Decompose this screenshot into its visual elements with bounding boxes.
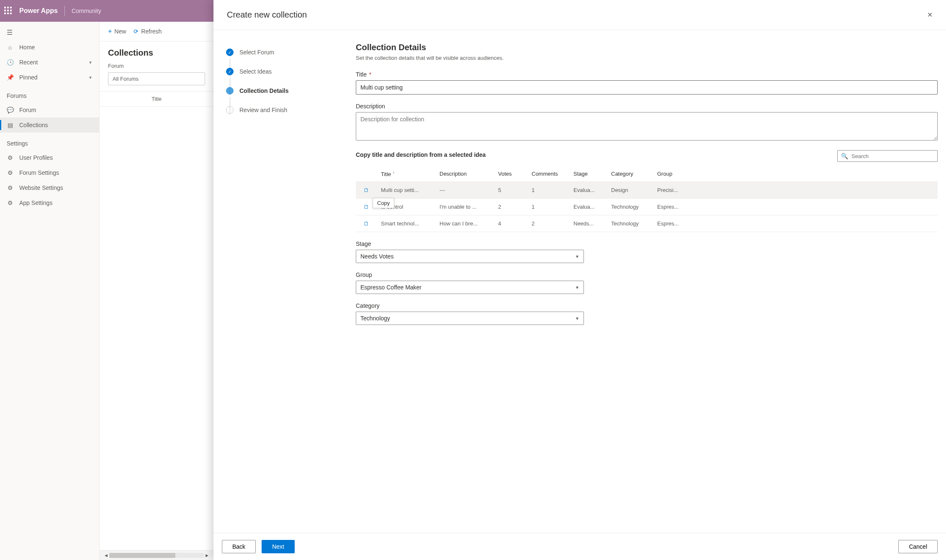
step-label: Select Forum <box>239 49 274 56</box>
home-icon: ⌂ <box>7 44 13 51</box>
col-group[interactable]: Group <box>653 166 699 182</box>
close-button[interactable]: ✕ <box>927 11 933 19</box>
step-label: Review and Finish <box>239 107 287 113</box>
dropdown-value: Espresso Coffee Maker <box>360 284 422 291</box>
copy-icon[interactable]: 🗋 <box>364 220 369 227</box>
col-stage[interactable]: Stage <box>569 166 607 182</box>
nav-website-settings[interactable]: ⚙ Website Settings <box>0 180 99 195</box>
page-title: Collections <box>100 41 213 61</box>
button-label: New <box>114 28 126 35</box>
sort-asc-icon: ↑ <box>393 170 395 175</box>
forum-dropdown[interactable]: All Forums <box>108 72 205 85</box>
back-button[interactable]: Back <box>222 540 256 553</box>
cell-desc: I'm unable to ... <box>435 199 494 215</box>
nav-label: Home <box>19 44 35 51</box>
scroll-thumb[interactable] <box>109 553 175 558</box>
search-icon: 🔍 <box>841 153 848 159</box>
chevron-down-icon: ▼ <box>575 285 579 290</box>
new-button[interactable]: + New <box>108 28 126 35</box>
nav-forum[interactable]: 💬 Forum <box>0 102 99 118</box>
next-button[interactable]: Next <box>262 540 295 553</box>
step-label: Collection Details <box>239 87 288 94</box>
category-label: Category <box>356 302 584 309</box>
clock-icon: 🕓 <box>7 59 13 66</box>
column-header-title[interactable]: Title <box>100 92 213 107</box>
refresh-button[interactable]: ⟳ Refresh <box>134 28 162 35</box>
cell-comments: 2 <box>527 215 569 232</box>
toolbar: + New ⟳ Refresh <box>100 22 213 41</box>
nav-collections[interactable]: ▤ Collections <box>0 118 99 133</box>
collapse-nav-button[interactable]: ☰ <box>0 25 99 40</box>
secondary-panel: + New ⟳ Refresh Collections Forum All Fo… <box>100 22 214 560</box>
gear-icon: ⚙ <box>7 184 13 191</box>
col-category[interactable]: Category <box>607 166 653 182</box>
stage-dropdown[interactable]: Needs Votes ▼ <box>356 250 584 263</box>
scroll-left-icon[interactable]: ◀ <box>103 553 109 557</box>
cell-group: Espres... <box>653 199 699 215</box>
scroll-right-icon[interactable]: ▶ <box>204 553 210 557</box>
nav-user-profiles[interactable]: ⚙ User Profiles <box>0 150 99 165</box>
cell-category: Technology <box>607 199 653 215</box>
col-comments[interactable]: Comments <box>527 166 569 182</box>
header-separator <box>64 6 65 16</box>
chat-icon: 💬 <box>7 107 13 113</box>
chevron-down-icon: ▼ <box>88 75 93 80</box>
horizontal-scrollbar[interactable]: ◀ ▶ <box>100 550 213 560</box>
wizard-step-select-forum[interactable]: ✓ Select Forum <box>226 43 343 62</box>
nav-forum-settings[interactable]: ⚙ Forum Settings <box>0 165 99 180</box>
nav-home[interactable]: ⌂ Home <box>0 40 99 55</box>
wizard-step-review[interactable]: Review and Finish <box>226 100 343 120</box>
description-input[interactable] <box>356 112 938 141</box>
category-dropdown[interactable]: Technology ▼ <box>356 312 584 325</box>
gear-icon: ⚙ <box>7 199 13 206</box>
cell-votes: 4 <box>494 215 527 232</box>
cell-desc: How can I bre... <box>435 215 494 232</box>
group-label: Group <box>356 271 584 278</box>
chevron-down-icon: ▼ <box>575 316 579 321</box>
table-row[interactable]: 🗋 Multi cup setti... --- 5 1 Evalua... D… <box>356 182 938 199</box>
wizard-steps: ✓ Select Forum ✓ Select Ideas Collection… <box>213 30 356 533</box>
group-dropdown[interactable]: Espresso Coffee Maker ▼ <box>356 281 584 294</box>
nav-section-forums: Forums <box>0 85 99 102</box>
wizard-step-collection-details[interactable]: Collection Details <box>226 81 343 100</box>
table-row[interactable]: 🗋 te control I'm unable to ... 2 1 Evalu… <box>356 199 938 215</box>
search-box[interactable]: 🔍 <box>837 150 938 162</box>
col-title[interactable]: Title ↑ <box>377 166 435 182</box>
cell-title: Smart technol... <box>377 215 435 232</box>
nav-label: User Profiles <box>19 154 53 161</box>
nav-label: Pinned <box>19 74 38 81</box>
cell-group: Precisi... <box>653 182 699 199</box>
nav-pinned[interactable]: 📌 Pinned ▼ <box>0 70 99 85</box>
nav-label: Forum <box>19 107 36 113</box>
ideas-table: Title ↑ Description Votes Comments Stage… <box>356 166 938 232</box>
copy-icon[interactable]: 🗋 <box>364 204 369 210</box>
content-description: Set the collection details that will be … <box>356 55 938 61</box>
copy-section-label: Copy title and description from a select… <box>356 151 486 158</box>
chevron-down-icon: ▼ <box>575 254 579 259</box>
nav-recent[interactable]: 🕓 Recent ▼ <box>0 55 99 70</box>
col-description[interactable]: Description <box>435 166 494 182</box>
plus-icon: + <box>108 28 112 35</box>
list-icon: ▤ <box>7 122 13 128</box>
cancel-button[interactable]: Cancel <box>898 540 938 553</box>
nav-app-settings[interactable]: ⚙ App Settings <box>0 195 99 210</box>
nav-label: Collections <box>19 122 48 128</box>
wizard-step-select-ideas[interactable]: ✓ Select Ideas <box>226 62 343 81</box>
col-votes[interactable]: Votes <box>494 166 527 182</box>
check-icon: ✓ <box>226 68 234 75</box>
step-label: Select Ideas <box>239 68 272 75</box>
app-subtitle[interactable]: Community <box>72 8 101 14</box>
scroll-track[interactable] <box>109 553 204 558</box>
table-row[interactable]: 🗋 Smart technol... How can I bre... 4 2 … <box>356 215 938 232</box>
waffle-icon[interactable] <box>4 7 13 15</box>
title-input[interactable] <box>356 80 938 95</box>
app-name[interactable]: Power Apps <box>19 7 58 15</box>
dropdown-value: All Forums <box>113 76 139 82</box>
copy-icon[interactable]: 🗋 <box>364 187 369 193</box>
search-input[interactable] <box>851 153 934 159</box>
cell-category: Design <box>607 182 653 199</box>
check-icon: ✓ <box>226 49 234 56</box>
stage-label: Stage <box>356 240 584 247</box>
panel-footer: Back Next Cancel <box>213 533 946 560</box>
sidebar: ☰ ⌂ Home 🕓 Recent ▼ 📌 Pinned ▼ Forums 💬 … <box>0 22 100 560</box>
